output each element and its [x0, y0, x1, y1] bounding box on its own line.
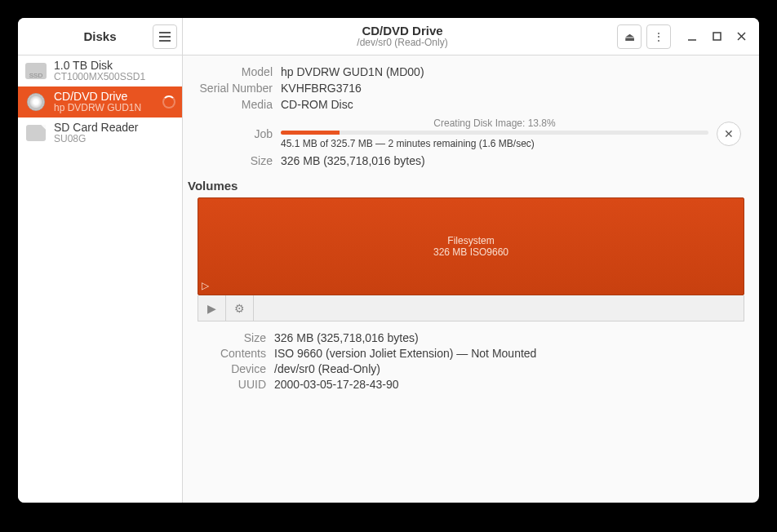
maximize-icon: [713, 32, 722, 41]
volume-details: Size 326 MB (325,718,016 bytes) Contents…: [188, 331, 744, 391]
job-label: Job: [183, 127, 273, 140]
minimize-icon: [687, 32, 697, 42]
sidebar-item-ssd[interactable]: 1.0 TB Disk CT1000MX500SSD1: [18, 55, 182, 86]
header-actions: ⏏ ⋮: [617, 24, 671, 49]
content: Model hp DVDRW GUD1N (MD00) Serial Numbe…: [183, 55, 759, 503]
sidebar-item-sublabel: CT1000MX500SSD1: [54, 72, 175, 83]
volumes-heading: Volumes: [188, 179, 744, 193]
sidebar-item-sdcard[interactable]: SD Card Reader SU08G: [18, 117, 182, 149]
model-label: Model: [183, 65, 273, 78]
headerbar: Disks CD/DVD Drive /dev/sr0 (Read-Only) …: [18, 18, 759, 55]
sidebar-item-label: CD/DVD Drive: [54, 90, 156, 103]
volume-line1: Filesystem: [447, 235, 494, 246]
vol-size-label: Size: [188, 331, 266, 344]
header-title: CD/DVD Drive /dev/sr0 (Read-Only): [188, 24, 617, 49]
body: 1.0 TB Disk CT1000MX500SSD1 CD/DVD Drive…: [18, 55, 759, 503]
job-row: Job Creating Disk Image: 13.8% 45.1 MB o…: [183, 117, 744, 149]
sidebar-menu-button[interactable]: [153, 24, 177, 49]
window-controls: [686, 30, 748, 43]
vol-contents-label: Contents: [188, 347, 266, 360]
cancel-job-button[interactable]: ✕: [717, 122, 741, 146]
vol-device-value: /dev/sr0 (Read-Only): [274, 362, 744, 375]
volume-line2: 326 MB ISO9660: [433, 246, 508, 258]
sidebar-item-label: 1.0 TB Disk: [54, 59, 175, 72]
play-icon: ▶: [207, 302, 216, 315]
drive-menu-button[interactable]: ⋮: [646, 24, 671, 49]
vol-size-value: 326 MB (325,718,016 bytes): [274, 331, 744, 344]
close-button[interactable]: [735, 30, 748, 43]
maximize-button[interactable]: [710, 30, 723, 43]
drive-title: CD/DVD Drive: [188, 24, 617, 38]
size-label: Size: [183, 154, 273, 167]
sd-icon: [26, 125, 46, 141]
headerbar-right: CD/DVD Drive /dev/sr0 (Read-Only) ⏏ ⋮: [183, 18, 759, 55]
mount-indicator-icon: ▷: [202, 280, 209, 291]
volume-toolbar: ▶ ⚙: [198, 295, 744, 321]
progress-header: Creating Disk Image: 13.8%: [281, 117, 708, 129]
kebab-icon: ⋮: [653, 30, 664, 43]
ssd-icon: [25, 63, 47, 79]
sidebar-item-sublabel: SU08G: [54, 134, 175, 145]
model-value: hp DVDRW GUD1N (MD00): [281, 65, 744, 78]
vol-uuid-label: UUID: [188, 378, 266, 391]
hamburger-icon: [159, 36, 171, 38]
eject-icon: ⏏: [624, 30, 635, 43]
size-value: 326 MB (325,718,016 bytes): [281, 154, 744, 167]
sidebar-item-label: SD Card Reader: [54, 121, 175, 134]
svg-rect-1: [713, 33, 721, 40]
serial-value: KVHFBRG3716: [281, 82, 744, 95]
media-value: CD-ROM Disc: [281, 98, 744, 111]
eject-button[interactable]: ⏏: [617, 24, 642, 49]
vol-uuid-value: 2000-03-05-17-28-43-90: [274, 378, 744, 391]
volume-settings-button[interactable]: ⚙: [226, 295, 254, 321]
drive-info: Model hp DVDRW GUD1N (MD00) Serial Numbe…: [183, 65, 744, 111]
volume-pane: Filesystem 326 MB ISO9660 ▷ ▶ ⚙: [198, 197, 744, 321]
sidebar: 1.0 TB Disk CT1000MX500SSD1 CD/DVD Drive…: [18, 55, 183, 503]
close-icon: [737, 32, 746, 41]
progress-fill: [281, 131, 340, 135]
progress-bar: [281, 131, 708, 135]
busy-spinner-icon: [162, 95, 175, 109]
sidebar-item-sublabel: hp DVDRW GUD1N: [54, 103, 156, 114]
vol-contents-value: ISO 9660 (version Joliet Extension) — No…: [274, 347, 744, 360]
disks-window: Disks CD/DVD Drive /dev/sr0 (Read-Only) …: [18, 18, 759, 503]
headerbar-left: Disks: [18, 18, 183, 55]
progress-area: Creating Disk Image: 13.8% 45.1 MB of 32…: [281, 117, 708, 149]
media-label: Media: [183, 98, 273, 111]
serial-label: Serial Number: [183, 82, 273, 95]
gear-icon: ⚙: [234, 302, 245, 315]
disc-icon: [27, 93, 45, 111]
drive-subtitle: /dev/sr0 (Read-Only): [188, 38, 617, 48]
vol-device-label: Device: [188, 362, 266, 375]
volume-block[interactable]: Filesystem 326 MB ISO9660 ▷: [198, 197, 744, 295]
minimize-button[interactable]: [686, 30, 699, 43]
progress-detail: 45.1 MB of 325.7 MB — 2 minutes remainin…: [281, 138, 708, 149]
sidebar-item-dvd[interactable]: CD/DVD Drive hp DVDRW GUD1N: [18, 86, 182, 117]
mount-button[interactable]: ▶: [198, 295, 226, 321]
cancel-icon: ✕: [724, 127, 734, 140]
size-row: Size 326 MB (325,718,016 bytes): [183, 154, 744, 167]
